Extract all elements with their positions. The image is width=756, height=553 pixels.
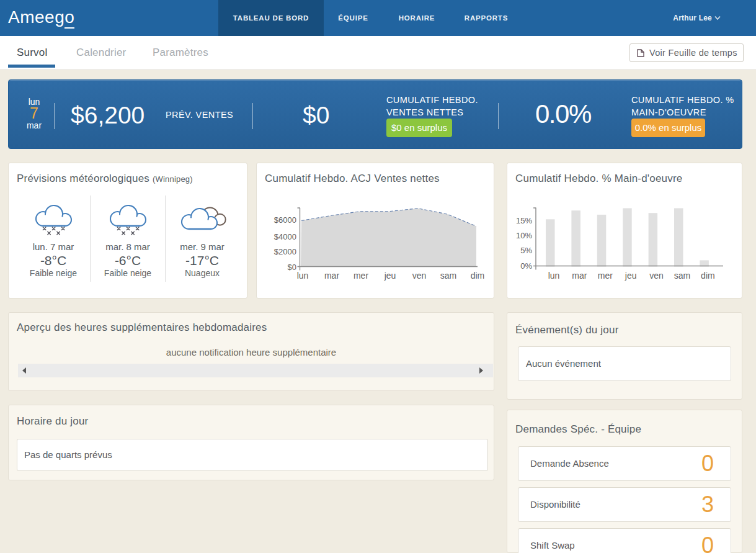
svg-text:lun: lun: [548, 271, 560, 281]
svg-text:dim: dim: [471, 271, 485, 281]
svg-text:sam: sam: [674, 271, 690, 281]
svg-text:lun: lun: [297, 271, 309, 281]
svg-text:mar: mar: [324, 271, 339, 281]
svg-text:$4000: $4000: [274, 232, 296, 241]
svg-text:jeu: jeu: [625, 271, 637, 281]
svg-text:dim: dim: [701, 271, 715, 281]
svg-text:$2000: $2000: [274, 247, 296, 256]
svg-text:0%: 0%: [520, 261, 532, 271]
svg-text:$6000: $6000: [274, 215, 296, 225]
svg-text:sam: sam: [440, 271, 456, 281]
svg-text:10%: 10%: [516, 231, 532, 240]
svg-text:mer: mer: [354, 271, 368, 281]
svg-text:ven: ven: [412, 271, 427, 281]
svg-text:$0: $0: [288, 263, 296, 272]
svg-text:15%: 15%: [516, 216, 532, 225]
svg-text:ven: ven: [649, 271, 664, 281]
svg-text:jeu: jeu: [384, 271, 396, 281]
svg-text:mer: mer: [598, 271, 613, 281]
svg-text:mar: mar: [572, 271, 587, 281]
svg-text:5%: 5%: [520, 246, 532, 255]
